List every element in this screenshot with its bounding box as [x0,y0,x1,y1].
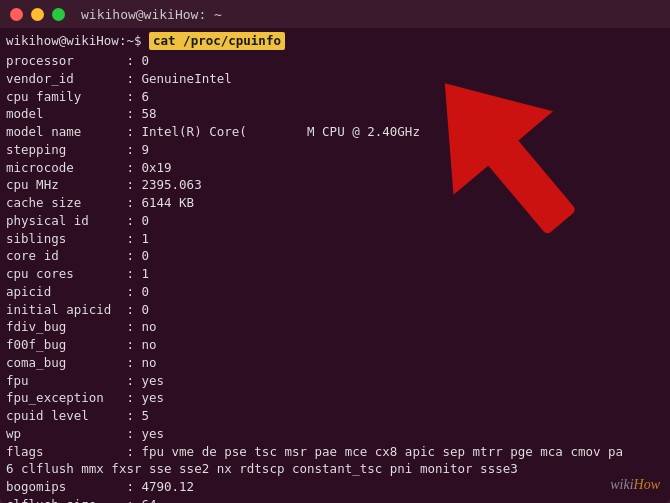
minimize-button[interactable] [31,8,44,21]
output-line-9: physical id : 0 [6,212,664,230]
output-line-16: f00f_bug : no [6,336,664,354]
output-line-6: microcode : 0x19 [6,159,664,177]
output-line-18: fpu : yes [6,372,664,390]
watermark-how: How [634,477,660,492]
prompt-text: wikihow@wikiHow:~$ [6,32,149,50]
output-line-14: initial apicid : 0 [6,301,664,319]
watermark-wiki: wiki [610,477,633,492]
output-line-17: coma_bug : no [6,354,664,372]
terminal-body[interactable]: wikihow@wikiHow:~$ cat /proc/cpuinfo pro… [0,28,670,503]
output-line-4: model name : Intel(R) Core( M CPU @ 2.40… [6,123,664,141]
watermark: wikiHow [610,475,660,495]
output-line-5: stepping : 9 [6,141,664,159]
output-line-1: vendor_id : GenuineIntel [6,70,664,88]
output-line-19: fpu_exception : yes [6,389,664,407]
output-line-11: core id : 0 [6,247,664,265]
prompt-line: wikihow@wikiHow:~$ cat /proc/cpuinfo [6,32,664,50]
output-line-0: processor : 0 [6,52,664,70]
output-line-25: clflush size : 64 [6,496,664,503]
output-line-21: wp : yes [6,425,664,443]
titlebar: wikihow@wikiHow: ~ [0,0,670,28]
output-line-8: cache size : 6144 KB [6,194,664,212]
output-line-22: flags : fpu vme de pse tsc msr pae mce c… [6,443,664,461]
output-line-3: model : 58 [6,105,664,123]
output-line-23: 6 clflush mmx fxsr sse sse2 nx rdtscp co… [6,460,664,478]
output-line-24: bogomips : 4790.12 [6,478,664,496]
terminal-window: wikihow@wikiHow: ~ wikihow@wikiHow:~$ ca… [0,0,670,503]
close-button[interactable] [10,8,23,21]
output-line-20: cpuid level : 5 [6,407,664,425]
maximize-button[interactable] [52,8,65,21]
window-title: wikihow@wikiHow: ~ [81,7,222,22]
output-line-7: cpu MHz : 2395.063 [6,176,664,194]
output-line-10: siblings : 1 [6,230,664,248]
output-line-2: cpu family : 6 [6,88,664,106]
terminal-output: processor : 0 vendor_id : GenuineIntel c… [6,52,664,503]
output-line-13: apicid : 0 [6,283,664,301]
command-highlight: cat /proc/cpuinfo [149,32,285,50]
output-line-12: cpu cores : 1 [6,265,664,283]
output-line-15: fdiv_bug : no [6,318,664,336]
